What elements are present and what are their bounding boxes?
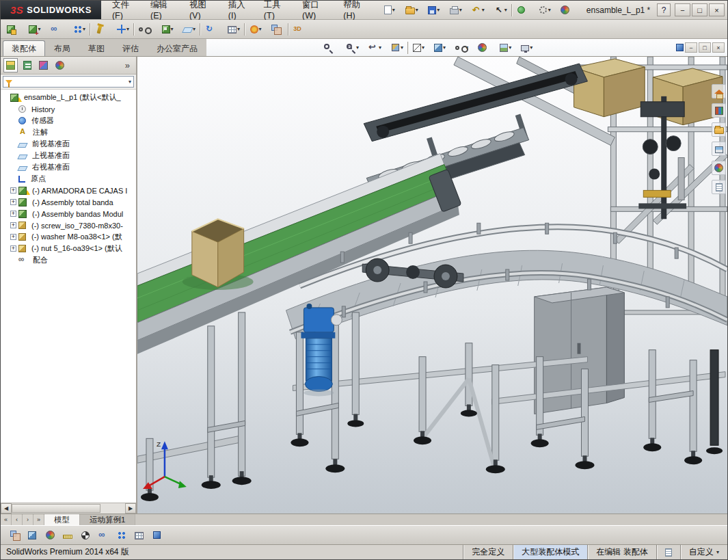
assembly-visualization-icon[interactable] [6, 527, 23, 544]
expander-icon[interactable]: + [10, 187, 16, 194]
assembly-statistics-icon[interactable] [113, 527, 129, 544]
3d-view-icon[interactable] [148, 527, 165, 544]
custom-properties-icon[interactable] [712, 180, 726, 194]
assembly-features-icon[interactable]: ▾ [159, 21, 176, 38]
mass-properties-icon[interactable] [77, 527, 94, 544]
status-sheet-segment[interactable] [656, 545, 680, 559]
scrollbar-track[interactable] [12, 503, 125, 514]
print-icon[interactable]: ▾ [448, 2, 464, 18]
file-explorer-icon[interactable] [712, 122, 726, 137]
options-icon[interactable]: ▾ [537, 2, 553, 18]
tree-filter-input[interactable]: ▾ [3, 76, 134, 88]
display-style-icon[interactable]: ▾ [432, 40, 448, 55]
dropdown-arrow-icon[interactable]: ▾ [530, 44, 532, 51]
design-library-icon[interactable] [712, 103, 726, 118]
task-pane-icon[interactable] [676, 44, 684, 51]
section-view-icon[interactable]: ▾ [389, 40, 405, 55]
custom-status-dropdown[interactable]: 自定义 ▾ [680, 545, 727, 559]
large-assembly-mode-status[interactable]: 大型装配体模式 [513, 545, 587, 559]
3d-model-view[interactable]: Z [137, 57, 727, 514]
bom-table-icon[interactable] [131, 527, 147, 544]
component-preview-icon[interactable] [24, 527, 40, 544]
insert-component-icon[interactable]: ▾ [27, 21, 43, 38]
tree-item[interactable]: + 右视基准面 [1, 161, 136, 173]
tree-item[interactable]: + 原点 [1, 173, 136, 185]
dropdown-arrow-icon[interactable]: ▾ [482, 7, 485, 13]
apply-scene-icon[interactable]: ▾ [498, 40, 513, 55]
expander-icon[interactable]: + [10, 245, 16, 252]
command-tab[interactable]: 办公室产品 [148, 40, 206, 56]
measure-icon[interactable] [59, 527, 76, 544]
tree-item[interactable]: + 注解 [1, 126, 136, 138]
graphics-viewport[interactable]: Z [137, 57, 727, 514]
tree-item[interactable]: + (-) nut 5_16-oa39<1> (默认 [1, 243, 136, 254]
exploded-view-icon[interactable]: ▾ [247, 21, 264, 38]
resources-home-icon[interactable] [712, 84, 726, 98]
move-component-icon[interactable]: ▾ [115, 21, 131, 38]
bill-of-materials-icon[interactable]: ▾ [226, 21, 242, 38]
mate-icon[interactable]: ▾ [49, 21, 66, 38]
dropdown-arrow-icon[interactable]: ▾ [443, 44, 446, 51]
command-tab[interactable]: 评估 [113, 40, 148, 56]
expander-icon[interactable]: + [10, 234, 16, 240]
scroll-right-icon[interactable]: ▶ [125, 503, 136, 514]
dropdown-arrow-icon[interactable]: ▾ [356, 44, 359, 51]
tree-item[interactable]: + (-) Assembly bandas Modul [1, 208, 136, 219]
scroll-last-icon[interactable]: » [33, 514, 44, 525]
doc-minimize-button[interactable]: − [685, 42, 697, 53]
tree-item[interactable]: + ensamble_L_p1 (默认<默认_ [1, 92, 136, 103]
hide-show-items-icon[interactable]: ▾ [453, 40, 470, 55]
dropdown-arrow-icon[interactable]: ▾ [437, 7, 440, 13]
configurationmanager-tab[interactable] [36, 58, 51, 72]
study-tab[interactable]: 运动算例1 [80, 514, 135, 525]
show-hidden-components-icon[interactable]: ▾ [137, 21, 154, 38]
dropdown-arrow-icon[interactable]: ▾ [459, 7, 462, 13]
dropdown-arrow-icon[interactable]: ▾ [416, 7, 418, 13]
view-settings-icon[interactable]: ▾ [519, 40, 535, 55]
dropdown-arrow-icon[interactable]: ▾ [509, 44, 511, 51]
dropdown-arrow-icon[interactable]: ▾ [83, 26, 85, 32]
edit-appearance-icon[interactable]: ▾ [558, 2, 575, 18]
dropdown-arrow-icon[interactable]: ▾ [548, 7, 551, 13]
dropdown-arrow-icon[interactable]: ▾ [237, 26, 240, 32]
previous-view-icon[interactable]: ▾ [366, 40, 383, 55]
tree-item[interactable]: + 配合 [1, 254, 136, 266]
propertymanager-tab[interactable] [20, 58, 34, 72]
dropdown-arrow-icon[interactable]: ▾ [504, 7, 507, 13]
view-orientation-icon[interactable]: ▾ [411, 40, 427, 55]
tree-item[interactable]: + 前视基准面 [1, 138, 136, 150]
select-icon[interactable]: ▾ [492, 2, 509, 18]
save-icon[interactable]: ▾ [426, 2, 442, 18]
tree-item[interactable]: + (-) washer M8-oa38<1> (默 [1, 231, 136, 243]
tree-item[interactable]: + 传感器 [1, 115, 136, 126]
scroll-prev-icon[interactable]: ‹ [12, 514, 23, 525]
expander-icon[interactable]: + [10, 199, 16, 205]
scrollbar-thumb[interactable] [12, 504, 100, 513]
interference-detection-icon[interactable]: ▾ [269, 21, 286, 38]
dropdown-arrow-icon[interactable]: ▾ [392, 7, 395, 13]
dropdown-arrow-icon[interactable]: ▾ [379, 44, 381, 51]
tree-horizontal-scrollbar[interactable]: ◀ ▶ [1, 503, 136, 514]
edit-appearance-icon[interactable]: ▾ [476, 40, 492, 55]
dropdown-arrow-icon[interactable]: ▾ [126, 26, 129, 32]
scroll-first-icon[interactable]: « [1, 514, 12, 525]
zoom-to-fit-icon[interactable]: ▾ [321, 40, 338, 55]
help-icon[interactable]: ? [657, 3, 671, 16]
undo-icon[interactable]: ▾ [470, 2, 487, 18]
interference-detection-icon[interactable] [95, 527, 111, 544]
appearances-icon[interactable] [712, 161, 726, 175]
dropdown-arrow-icon[interactable]: ▾ [422, 44, 424, 51]
view-palette-icon[interactable] [712, 142, 726, 156]
reference-geometry-icon[interactable]: ▾ [181, 21, 198, 38]
edit-appearance-icon[interactable] [42, 527, 58, 544]
edit-component-icon[interactable]: ▾ [5, 21, 21, 38]
smart-fasteners-icon[interactable]: ▾ [93, 21, 109, 38]
minimize-button[interactable]: − [675, 3, 690, 16]
close-button[interactable]: × [709, 3, 725, 16]
command-tab[interactable]: 布局 [45, 40, 79, 56]
displaymanager-tab[interactable] [53, 58, 67, 72]
quick-tips-icon[interactable] [665, 548, 672, 557]
filter-dropdown-icon[interactable]: ▾ [129, 79, 131, 85]
tree-item[interactable]: + (-) screw_iso_7380-m8x30- [1, 219, 136, 231]
instant3d-icon[interactable]: ▾ [291, 21, 308, 38]
